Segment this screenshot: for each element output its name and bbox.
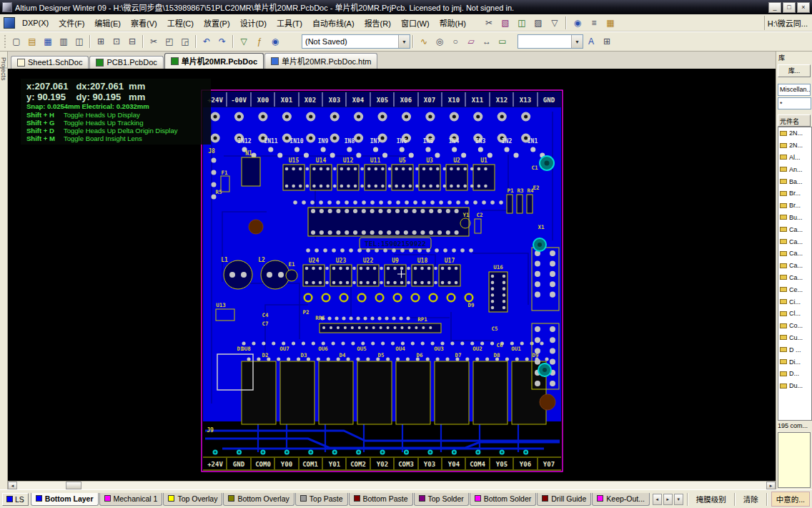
component-list-item[interactable]: D... bbox=[778, 368, 811, 380]
component-list-item[interactable]: Co... bbox=[778, 320, 811, 332]
zoom-area-button[interactable]: ⊡ bbox=[109, 34, 124, 49]
room-button[interactable]: ▭ bbox=[495, 34, 510, 49]
palette-icon[interactable]: ▦ bbox=[603, 15, 618, 30]
component-list-item[interactable]: Ca... bbox=[778, 235, 811, 248]
projects-rail-tab[interactable]: Projects bbox=[0, 57, 7, 81]
horizontal-scrollbar[interactable]: ◄ ► bbox=[8, 481, 776, 489]
component-list-item[interactable]: Ca... bbox=[778, 248, 811, 260]
zoom-fit-button[interactable]: ⊞ bbox=[93, 34, 109, 49]
menu-window[interactable]: 窗口(W) bbox=[396, 15, 435, 31]
scroll-track[interactable] bbox=[17, 482, 766, 489]
layer-tab-top-paste[interactable]: Top Paste bbox=[295, 493, 348, 506]
close-button[interactable]: × bbox=[797, 2, 810, 13]
mask-dropdown-icon[interactable]: ▽ bbox=[547, 15, 563, 30]
menu-tools[interactable]: 工具(T) bbox=[272, 15, 307, 31]
layer-dropdown-button[interactable]: ▼ bbox=[674, 494, 683, 505]
clear-button[interactable]: 清除 bbox=[739, 492, 763, 506]
menu-place[interactable]: 放置(P) bbox=[199, 15, 235, 31]
heads-up-button[interactable]: ◉ bbox=[267, 34, 283, 49]
layer-sets-button[interactable]: LS bbox=[2, 493, 29, 506]
layer-tab-bottom-overlay[interactable]: Bottom Overlay bbox=[223, 493, 294, 506]
menu-help[interactable]: 帮助(H) bbox=[435, 15, 471, 31]
layer-tab-keep-out[interactable]: Keep-Out... bbox=[592, 493, 650, 506]
interactive-route-button[interactable]: ∿ bbox=[416, 34, 432, 49]
redo-button[interactable]: ↷ bbox=[214, 34, 230, 49]
dropdown-arrow-icon[interactable]: ▼ bbox=[398, 35, 410, 48]
menu-reports[interactable]: 报告(R) bbox=[360, 15, 396, 31]
doc-tab-pcb-20mr[interactable]: 单片机20MR.PcbDoc bbox=[164, 53, 264, 69]
layer-tab-bottom-paste[interactable]: Bottom Paste bbox=[349, 493, 413, 506]
paste-button[interactable]: ◲ bbox=[177, 34, 193, 49]
dropdown-arrow-icon[interactable]: ▼ bbox=[571, 35, 583, 48]
dimension-button[interactable]: ↔ bbox=[479, 34, 495, 49]
snap-grid-icon[interactable]: ▨ bbox=[530, 15, 546, 30]
layer-tab-drill-guide[interactable]: Drill Guide bbox=[537, 493, 591, 506]
open-document-button[interactable]: ▤ bbox=[24, 34, 40, 49]
scroll-thumb[interactable] bbox=[66, 482, 81, 489]
panels-rail[interactable]: Projects bbox=[0, 52, 8, 489]
cutter-icon[interactable]: ✂ bbox=[481, 15, 497, 30]
favorites-button[interactable]: 中意的... bbox=[771, 492, 810, 507]
camera-icon[interactable]: ◉ bbox=[570, 15, 585, 30]
component-list-item[interactable]: Ca... bbox=[778, 223, 811, 235]
component-list-item[interactable]: Ce... bbox=[778, 283, 811, 295]
component-list-header[interactable]: 元件名 bbox=[778, 114, 811, 127]
undo-button[interactable]: ↶ bbox=[199, 34, 214, 49]
pad-button[interactable]: ◎ bbox=[432, 34, 447, 49]
component-list[interactable]: 2N... 2N... Al... An... Ba... Br... Br..… bbox=[778, 127, 812, 421]
cut-button[interactable]: ✂ bbox=[146, 34, 162, 49]
grid-button[interactable]: ⊞ bbox=[599, 34, 615, 49]
new-document-button[interactable]: ▢ bbox=[9, 34, 24, 49]
component-list-item[interactable]: Al... bbox=[778, 152, 811, 164]
scroll-right-button[interactable]: ► bbox=[766, 482, 776, 489]
component-list-item[interactable]: 2N... bbox=[778, 127, 811, 140]
component-list-item[interactable]: Ci... bbox=[778, 295, 811, 308]
layer-tab-bottom-layer[interactable]: Bottom Layer bbox=[31, 493, 99, 506]
menu-dxp[interactable]: DXP(X) bbox=[17, 16, 54, 29]
print-preview-button[interactable]: ◫ bbox=[71, 34, 87, 49]
minimize-button[interactable]: _ bbox=[768, 2, 781, 13]
wizard-button[interactable]: ƒ bbox=[252, 34, 267, 49]
layer-tab-top-overlay[interactable]: Top Overlay bbox=[163, 493, 222, 506]
save-button[interactable]: ▦ bbox=[40, 34, 56, 49]
doc-tab-pcb1[interactable]: PCB1.PcbDoc bbox=[89, 56, 163, 69]
component-list-item[interactable]: Ca... bbox=[778, 260, 811, 272]
toolbar-grip[interactable] bbox=[4, 35, 7, 48]
copy-button[interactable]: ◰ bbox=[162, 34, 177, 49]
layer-tabs-scroll-left-button[interactable]: ◄ bbox=[653, 494, 662, 505]
selection-filter-icon[interactable]: ◫ bbox=[514, 15, 530, 30]
recent-path-selector[interactable]: H:\微云同... bbox=[764, 16, 811, 30]
component-list-item[interactable]: Br... bbox=[778, 187, 811, 200]
menu-project[interactable]: 工程(C) bbox=[162, 15, 199, 31]
menu-autoroute[interactable]: 自动布线(A) bbox=[307, 15, 360, 31]
mask-level-button[interactable]: 掩膜级别 bbox=[692, 492, 731, 506]
layer-tab-top-solder[interactable]: Top Solder bbox=[414, 493, 469, 506]
library-select[interactable]: Miscellan... bbox=[778, 84, 811, 96]
component-filter-input[interactable] bbox=[778, 97, 811, 109]
menu-file[interactable]: 文件(F) bbox=[54, 15, 89, 31]
string-button[interactable]: A bbox=[583, 34, 599, 49]
pcb-editor[interactable]: +24V -00V X00 X01 X02 X03 X04 X05 X06 X0… bbox=[8, 69, 776, 481]
component-list-item[interactable]: Bu... bbox=[778, 212, 811, 224]
grid-select[interactable]: ▼ bbox=[518, 34, 583, 49]
doc-tab-pcb-20mr-htm[interactable]: 单片机20MR.PcbDoc.htm bbox=[264, 53, 377, 69]
component-list-item[interactable]: Ca... bbox=[778, 272, 811, 284]
menu-edit[interactable]: 编辑(E) bbox=[89, 15, 126, 31]
variant-select[interactable]: (Not Saved) ▼ bbox=[302, 34, 410, 49]
doc-tab-sheet1[interactable]: Sheet1.SchDoc bbox=[11, 56, 89, 69]
filter-button[interactable]: ▽ bbox=[236, 34, 252, 49]
component-list-item[interactable]: Br... bbox=[778, 200, 811, 212]
component-list-item[interactable]: D ... bbox=[778, 343, 811, 356]
component-list-item[interactable]: An... bbox=[778, 163, 811, 175]
component-list-item[interactable]: Cu... bbox=[778, 332, 811, 344]
scroll-left-button[interactable]: ◄ bbox=[8, 482, 17, 489]
component-list-item[interactable]: Cl... bbox=[778, 308, 811, 320]
libraries-button[interactable]: 库... bbox=[778, 64, 811, 77]
polygon-button[interactable]: ▱ bbox=[463, 34, 479, 49]
zoom-selection-button[interactable]: ⊟ bbox=[124, 34, 140, 49]
menu-design[interactable]: 设计(D) bbox=[235, 15, 272, 31]
layer-tab-mechanical-1[interactable]: Mechanical 1 bbox=[99, 493, 163, 506]
component-list-item[interactable]: Du... bbox=[778, 380, 811, 392]
list-view-icon[interactable]: ≡ bbox=[586, 15, 602, 30]
layer-tab-bottom-solder[interactable]: Bottom Solder bbox=[470, 493, 537, 506]
